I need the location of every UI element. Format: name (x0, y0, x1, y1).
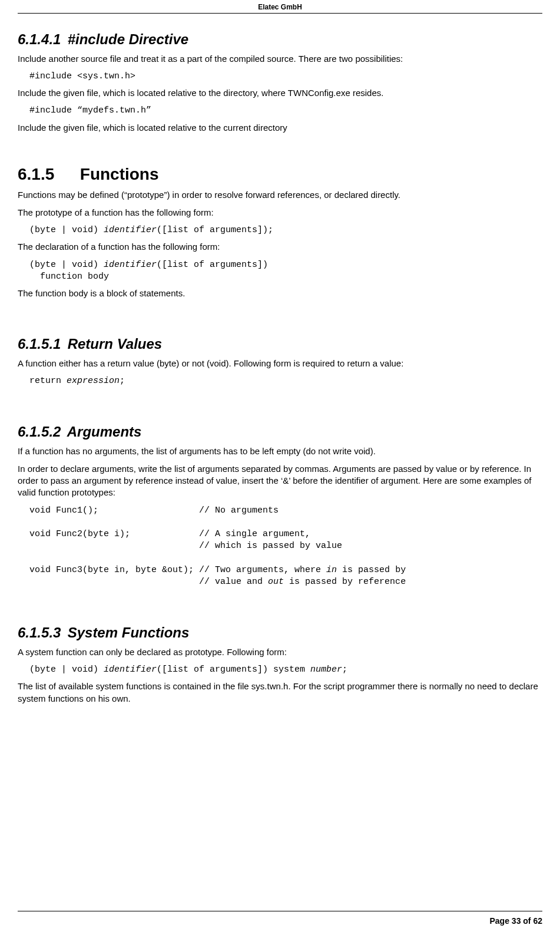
heading-text: System Functions (68, 625, 190, 640)
paragraph: Include the given file, which is located… (18, 122, 542, 134)
heading-number: 6.1.5.1 (18, 335, 64, 353)
heading-number: 6.1.5.3 (18, 623, 64, 642)
code-block: (byte | void) identifier([list of argume… (29, 259, 542, 283)
paragraph: Include the given file, which is located… (18, 87, 542, 99)
paragraph: The prototype of a function has the foll… (18, 207, 542, 219)
heading-return-values: 6.1.5.1 Return Values (18, 335, 542, 353)
footer-rule (18, 911, 542, 911)
paragraph: The function body is a block of statemen… (18, 288, 542, 299)
paragraph: The list of available system functions i… (18, 680, 542, 705)
heading-system-functions: 6.1.5.3 System Functions (18, 623, 542, 642)
heading-text: #include Directive (68, 31, 188, 47)
code-block: void Func1(); // No arguments void Func2… (29, 505, 542, 589)
paragraph: Include another source file and treat it… (18, 53, 542, 65)
heading-number: 6.1.4.1 (18, 30, 64, 49)
paragraph: A system function can only be declared a… (18, 646, 542, 658)
paragraph: Functions may be defined (“prototype”) i… (18, 189, 542, 201)
code-block: (byte | void) identifier([list of argume… (29, 664, 542, 676)
page-footer-number: Page 33 of 62 (490, 916, 543, 927)
header-rule (18, 13, 542, 14)
paragraph: If a function has no arguments, the list… (18, 445, 542, 457)
heading-include-directive: 6.1.4.1 #include Directive (18, 30, 542, 49)
heading-number: 6.1.5.2 (18, 422, 64, 441)
heading-arguments: 6.1.5.2 Arguments (18, 422, 542, 441)
code-block: return expression; (29, 375, 542, 387)
paragraph: The declaration of a function has the fo… (18, 241, 542, 253)
heading-number: 6.1.5 (18, 163, 75, 186)
paragraph: A function either has a return value (by… (18, 358, 542, 369)
heading-functions: 6.1.5 Functions (18, 163, 542, 186)
paragraph: In order to declare arguments, write the… (18, 463, 542, 499)
code-block: (byte | void) identifier([list of argume… (29, 224, 542, 236)
page-content: 6.1.4.1 #include Directive Include anoth… (18, 30, 542, 781)
page-header-company: Elatec GmbH (18, 0, 542, 13)
code-block: #include “mydefs.twn.h” (29, 105, 542, 117)
code-block: #include <sys.twn.h> (29, 71, 542, 82)
heading-text: Functions (80, 165, 159, 183)
heading-text: Return Values (68, 336, 163, 352)
heading-text: Arguments (67, 424, 142, 440)
